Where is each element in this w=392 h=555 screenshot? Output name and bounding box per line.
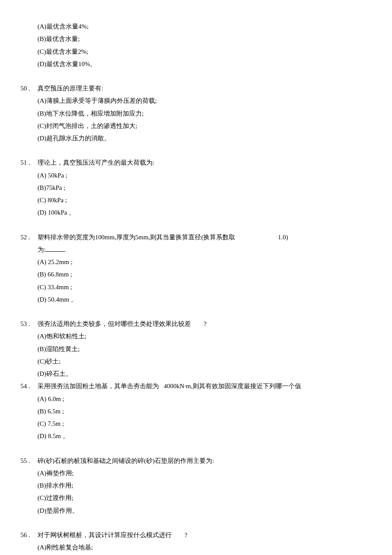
q54-opt-a: (A) 6.0m ; (36, 393, 366, 405)
q53-stem: 强夯法适用的土类较多，但对哪些土类处理效果比较差 (37, 320, 191, 327)
q49-opt-c: (C)最优含水量2%; (36, 46, 366, 58)
q50-opt-a: (A)薄膜上面承受等于薄膜内外压差的荷载; (36, 95, 366, 107)
q52-opt-b: (B) 66.8mm ; (36, 268, 366, 281)
q53-stem-tail: ? (204, 320, 207, 327)
q52-opt-d: (D) 50.4mm 。 (36, 293, 366, 306)
q52-stem-line1: 塑料排水带的宽度为100mm,厚度为5mm,则其当量换算直径(换算系数取1.0) (36, 231, 366, 244)
q54-opt-b: (B) 6.5m ; (36, 405, 366, 418)
q55-opt-c: (C)过渡作用; (36, 492, 366, 504)
q54-number: 54 . (20, 380, 36, 392)
q54: 54 . 采用强夯法加固粉土地基，其单击夯击能为 4000kN·m,则其有效加固… (20, 380, 366, 392)
q50: 50 . 真空预压的原理主要有: (20, 82, 366, 95)
q53-stem-wrap: 强夯法适用的土类较多，但对哪些土类处理效果比较差? (36, 318, 366, 330)
q54-opt-d: (D) 8.5m 。 (36, 430, 366, 442)
q50-number: 50 . (20, 82, 36, 95)
q56-opt-a: (A)刚性桩复合地基; (36, 541, 366, 554)
q55-opt-d: (D)垫层作用。 (36, 505, 366, 517)
q56-stem-tail: ? (184, 532, 187, 538)
q54-stem-a: 采用强夯法加固粉土地基，其单击夯击能为 (37, 383, 159, 389)
q50-opt-b: (B)地下水位降低，相应增加附加应力; (36, 108, 366, 120)
q55-opt-b: (B)排水作用; (36, 479, 366, 492)
q51-options: (A) 50kPa ; (B)75kPa ; (C) 80kPa ; (D) 1… (36, 169, 366, 219)
q52-options: (A) 25.2mm ; (B) 66.8mm ; (C) 33.4mm ; (… (36, 256, 366, 306)
q53: 53 . 强夯法适用的土类较多，但对哪些土类处理效果比较差? (20, 318, 366, 330)
q52: 52 . 塑料排水带的宽度为100mm,厚度为5mm,则其当量换算直径(换算系数… (20, 231, 366, 244)
q50-stem: 真空预压的原理主要有: (36, 82, 366, 95)
q51: 51 . 理论上，真空预压法可产生的最大荷载为: (20, 157, 366, 169)
q53-number: 53 . (20, 318, 36, 330)
q52-opt-c: (C) 33.4mm ; (36, 281, 366, 293)
q51-opt-b: (B)75kPa ; (36, 182, 366, 194)
q56-options: (A)刚性桩复合地基; (36, 541, 366, 554)
q52-stem1-tail: 1.0) (278, 234, 288, 241)
q54-opt-c: (C) 7.5m ; (36, 418, 366, 430)
q52-opt-a: (A) 25.2mm ; (36, 256, 366, 268)
q49-opt-d: (D)最优含水量10%。 (36, 58, 366, 70)
q53-options: (A)饱和软粘性土; (B)湿陷性黄土; (C)砂土; (D)碎石土。 (36, 330, 366, 380)
q50-opt-c: (C)封闭气泡排出，土的渗透性加大; (36, 120, 366, 132)
q56-stem-wrap: 对于网状树根桩，其设计计算应按什么模式进行? (36, 529, 366, 541)
q53-opt-d: (D)碎石土。 (36, 368, 366, 380)
q54-stem-wrap: 采用强夯法加固粉土地基，其单击夯击能为 4000kN·m,则其有效加固深度最接近… (36, 380, 366, 392)
q49-opt-b: (B)最优含水量; (36, 33, 366, 45)
q52-stem-line2: 为: (37, 244, 366, 256)
q55-stem: 碎(砂)石桩的桩顶和基础之间铺设的碎(砂)石垫层的作用主要为: (36, 455, 366, 467)
q51-number: 51 . (20, 157, 36, 169)
q53-opt-c: (C)砂土; (36, 355, 366, 368)
q51-stem: 理论上，真空预压法可产生的最大荷载为: (36, 157, 366, 169)
q53-opt-a: (A)饱和软粘性土; (36, 330, 366, 343)
q56-stem: 对于网状树根桩，其设计计算应按什么模式进行 (37, 532, 172, 538)
q52-blank (46, 245, 65, 252)
q49-options: (A)最优含水量4%; (B)最优含水量; (C)最优含水量2%; (D)最优含… (36, 20, 366, 70)
q51-opt-d: (D) 100kPa 。 (36, 206, 366, 219)
q55-options: (A)褥垫作用; (B)排水作用; (C)过渡作用; (D)垫层作用。 (36, 467, 366, 517)
q55: 55 . 碎(砂)石桩的桩顶和基础之间铺设的碎(砂)石垫层的作用主要为: (20, 455, 366, 467)
q52-stem2-prefix: 为: (37, 246, 46, 253)
q53-opt-b: (B)湿陷性黄土; (36, 343, 366, 355)
q54-options: (A) 6.0m ; (B) 6.5m ; (C) 7.5m ; (D) 8.5… (36, 393, 366, 443)
q51-opt-c: (C) 80kPa ; (36, 194, 366, 206)
q50-opt-d: (D)超孔隙水压力的消散。 (36, 132, 366, 145)
q49-opt-a: (A)最优含水量4%; (36, 20, 366, 33)
q55-opt-a: (A)褥垫作用; (36, 467, 366, 479)
q50-options: (A)薄膜上面承受等于薄膜内外压差的荷载; (B)地下水位降低，相应增加附加应力… (36, 95, 366, 145)
q51-opt-a: (A) 50kPa ; (36, 169, 366, 182)
q52-number: 52 . (20, 231, 36, 244)
q56: 56 . 对于网状树根桩，其设计计算应按什么模式进行? (20, 529, 366, 541)
q52-stem1: 塑料排水带的宽度为100mm,厚度为5mm,则其当量换算直径(换算系数取 (37, 234, 235, 241)
q55-number: 55 . (20, 455, 36, 467)
q56-number: 56 . (20, 529, 36, 541)
q54-stem-b: 4000kN·m,则其有效加固深度最接近下列哪一个值 (164, 383, 301, 389)
